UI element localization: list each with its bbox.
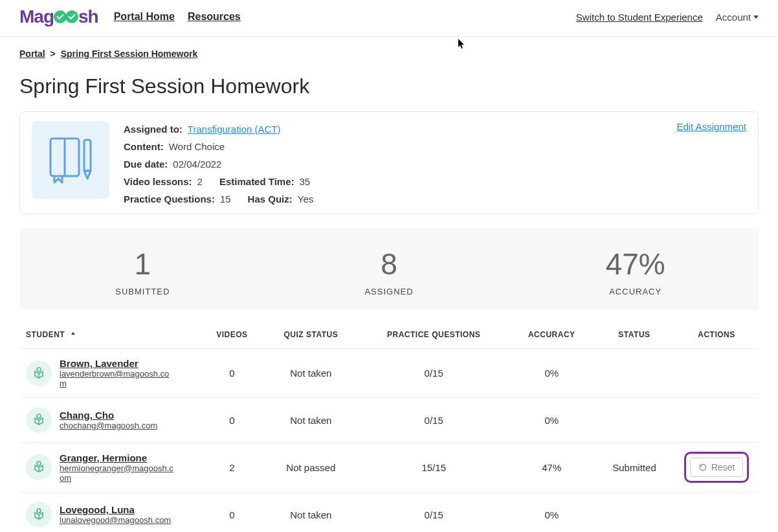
reset-highlight: Reset: [684, 452, 750, 483]
assignment-icon: [32, 121, 109, 199]
cell-videos: 2: [201, 443, 263, 493]
stat-submitted-value: 1: [19, 247, 266, 282]
student-avatar-icon: [26, 407, 52, 433]
cell-actions: [674, 349, 759, 398]
chevron-down-icon: [753, 16, 759, 19]
student-email-link[interactable]: chochang@magoosh.com: [60, 421, 157, 430]
svg-point-5: [37, 414, 41, 418]
content-value: Word Choice: [169, 141, 225, 152]
logo-check-icon: [65, 10, 78, 23]
cell-status: [594, 493, 674, 533]
stat-assigned-value: 8: [266, 247, 513, 282]
student-email-link[interactable]: hermionegranger@magoosh.com: [60, 463, 176, 483]
video-lessons-label: Video lessons:: [124, 176, 192, 187]
breadcrumb-current[interactable]: Spring First Session Homework: [61, 49, 198, 59]
table-row: Granger, Hermionehermionegranger@magoosh…: [19, 443, 759, 493]
content-label: Content:: [124, 141, 164, 152]
reset-button[interactable]: Reset: [690, 458, 744, 477]
svg-point-3: [37, 368, 41, 371]
page-title: Spring First Session Homework: [19, 74, 759, 98]
student-avatar-icon: [26, 502, 52, 527]
stat-accuracy-label: ACCURACY: [512, 287, 759, 296]
student-name-link[interactable]: Chang, Cho: [60, 410, 114, 421]
stats-bar: 1 SUBMITTED 8 ASSIGNED 47% ACCURACY: [19, 228, 759, 309]
cell-accuracy: 47%: [509, 443, 594, 493]
stat-submitted: 1 SUBMITTED: [19, 247, 266, 296]
table-row: Chang, Chochochang@magoosh.com0Not taken…: [19, 398, 759, 443]
video-lessons-value: 2: [197, 176, 203, 187]
breadcrumb-separator: >: [50, 49, 56, 59]
edit-assignment-link[interactable]: Edit Assignment: [676, 121, 746, 132]
svg-point-9: [37, 509, 41, 513]
student-email-link[interactable]: lavenderbrown@magoosh.com: [60, 369, 176, 388]
assignment-info: Assigned to: Transfiguration (ACT) Conte…: [124, 121, 313, 205]
student-avatar-icon: [26, 360, 52, 386]
due-date-label: Due date:: [124, 159, 168, 170]
account-dropdown[interactable]: Account: [716, 12, 759, 23]
student-name-link[interactable]: Brown, Lavender: [60, 358, 139, 369]
cell-videos: 0: [201, 349, 263, 398]
student-name-link[interactable]: Granger, Hermione: [60, 452, 147, 463]
cell-accuracy: 0%: [509, 398, 594, 443]
top-header: Mag sh Portal Home Resources Switch to S…: [0, 0, 778, 37]
cell-accuracy: 0%: [509, 493, 594, 533]
estimated-time-value: 35: [300, 176, 311, 187]
cell-actions: [674, 493, 759, 533]
cell-accuracy: 0%: [509, 349, 594, 398]
assigned-to-label: Assigned to:: [124, 124, 183, 135]
stat-submitted-label: SUBMITTED: [19, 287, 266, 296]
practice-questions-label: Practice Questions:: [124, 194, 215, 205]
student-name-link[interactable]: Lovegood, Luna: [60, 504, 135, 515]
stat-assigned: 8 ASSIGNED: [266, 247, 513, 296]
cell-quiz-status: Not passed: [263, 443, 359, 493]
cell-practice-questions: 15/15: [359, 443, 509, 493]
cell-videos: 0: [201, 398, 263, 443]
cell-quiz-status: Not taken: [263, 493, 359, 533]
col-videos[interactable]: VIDEOS: [201, 316, 263, 349]
cell-practice-questions: 0/15: [359, 349, 509, 398]
has-quiz-label: Has Quiz:: [248, 194, 293, 205]
switch-experience-link[interactable]: Switch to Student Experience: [576, 12, 703, 23]
nav-resources[interactable]: Resources: [188, 11, 241, 23]
cell-status: [594, 349, 674, 398]
stat-accuracy-value: 47%: [512, 247, 759, 282]
cell-status: Submitted: [594, 443, 674, 493]
breadcrumb-portal[interactable]: Portal: [19, 49, 45, 59]
col-practice-questions[interactable]: PRACTICE QUESTIONS: [359, 316, 509, 349]
breadcrumb: Portal > Spring First Session Homework: [19, 37, 759, 64]
sort-asc-icon: [70, 330, 76, 339]
student-email-link[interactable]: lunalovegood@magoosh.com: [60, 515, 171, 525]
cell-quiz-status: Not taken: [263, 398, 359, 443]
estimated-time-label: Estimated Time:: [219, 176, 295, 187]
assignment-panel: Assigned to: Transfiguration (ACT) Conte…: [19, 111, 759, 214]
cell-videos: 0: [201, 493, 263, 533]
logo[interactable]: Mag sh: [19, 6, 98, 27]
book-pencil-icon: [41, 131, 100, 189]
practice-questions-value: 15: [220, 194, 231, 205]
cell-practice-questions: 0/15: [359, 398, 509, 443]
table-row: Brown, Lavenderlavenderbrown@magoosh.com…: [19, 349, 759, 398]
nav-portal-home[interactable]: Portal Home: [114, 11, 175, 23]
students-table: STUDENT VIDEOS QUIZ STATUS PRACTICE QUES…: [19, 316, 759, 532]
stat-assigned-label: ASSIGNED: [266, 287, 513, 296]
col-student[interactable]: STUDENT: [19, 316, 201, 349]
cell-actions: [674, 398, 759, 443]
has-quiz-value: Yes: [298, 194, 313, 205]
svg-point-7: [37, 461, 41, 465]
main-nav: Portal Home Resources: [114, 11, 241, 23]
col-actions: ACTIONS: [674, 316, 759, 349]
col-status[interactable]: STATUS: [594, 316, 674, 349]
right-nav: Switch to Student Experience Account: [576, 12, 759, 23]
cell-practice-questions: 0/15: [359, 493, 509, 533]
cell-quiz-status: Not taken: [263, 349, 359, 398]
logo-text: Mag sh: [19, 6, 98, 27]
cell-status: [594, 398, 674, 443]
due-date-value: 02/04/2022: [173, 159, 221, 170]
col-accuracy[interactable]: ACCURACY: [509, 316, 594, 349]
col-quiz-status[interactable]: QUIZ STATUS: [263, 316, 359, 349]
logo-check-icon: [54, 10, 67, 23]
svg-rect-2: [84, 140, 91, 171]
student-avatar-icon: [26, 454, 52, 480]
cell-actions: Reset: [674, 443, 759, 493]
assigned-to-link[interactable]: Transfiguration (ACT): [188, 124, 281, 135]
